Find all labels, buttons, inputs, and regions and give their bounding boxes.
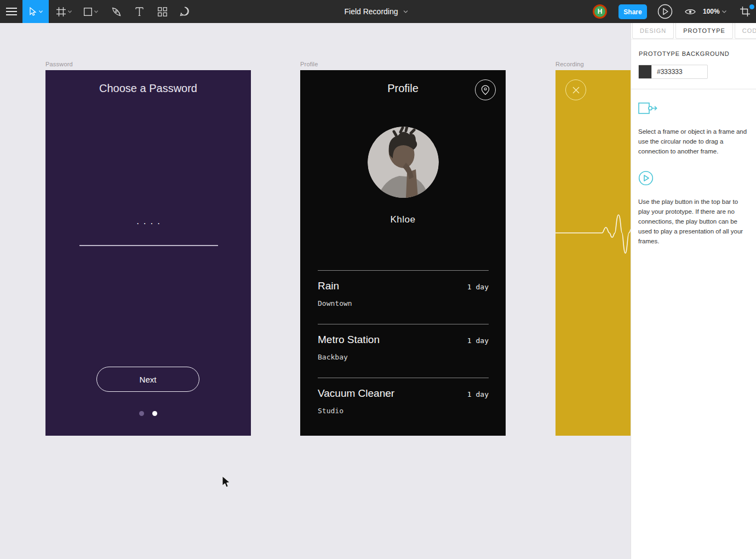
page-dot-active [152,411,157,416]
profile-frame[interactable]: Profile Khloe Rain1 day Downtown Metro S… [300,70,506,436]
cursor-icon [29,7,37,16]
main-menu-icon[interactable] [3,0,20,23]
recording-frame[interactable] [555,70,631,436]
connection-node-icon [638,102,658,116]
connection-tip-text: Select a frame or object in a frame and … [638,127,751,156]
pen-icon [112,7,121,16]
mouse-cursor [221,476,231,488]
recording-title: Rain [318,280,339,292]
chevron-down-icon [94,10,98,13]
shape-tool-button[interactable] [80,0,102,23]
present-button[interactable] [657,0,673,23]
recording-age: 1 day [467,336,489,345]
page-dot [139,411,144,416]
document-title[interactable]: Field Recording [344,0,408,23]
comment-tool-button[interactable] [175,0,194,23]
play-tip: Use the play button in the top bar to pl… [631,156,756,246]
design-canvas[interactable]: Password Choose a Password ···· Next Pro… [0,23,631,559]
notification-dot [749,4,754,9]
connection-tip: Select a frame or object in a frame and … [631,89,756,156]
portrait-image [368,127,439,198]
rectangle-icon [84,8,92,16]
next-button[interactable]: Next [96,367,199,392]
recording-location: Downtown [318,299,489,307]
observation-mode-button[interactable] [682,0,698,23]
frame-tool-button[interactable] [53,0,75,23]
avatar-initial: H [598,8,603,15]
list-item[interactable]: Rain1 day Downtown [318,270,489,324]
color-hex-value: #333333 [652,68,683,76]
play-icon [657,4,673,19]
frame-icon [56,7,66,16]
password-frame[interactable]: Choose a Password ···· Next [45,70,251,436]
crop-adjust-icon [740,6,751,17]
list-item[interactable]: Metro Station1 day Backbay [318,324,489,378]
share-button[interactable]: Share [618,4,647,19]
background-color-input[interactable]: #333333 [638,65,708,79]
components-tool-button[interactable] [153,0,171,23]
recording-location: Studio [318,407,489,415]
password-masked-value: ···· [45,218,251,229]
user-avatar[interactable]: H [593,4,607,19]
list-item[interactable]: Vacuum Cleaner1 day Studio [318,378,489,431]
profile-name: Khloe [300,214,506,225]
properties-panel: DESIGN PROTOTYPE CODE PROTOTYPE BACKGROU… [631,23,756,559]
location-pin-icon [481,85,490,95]
profile-photo [368,127,439,198]
recording-age: 1 day [467,390,489,398]
play-tip-text: Use the play button in the top bar to pl… [638,197,751,246]
pen-tool-button[interactable] [107,0,125,23]
text-icon [135,7,144,16]
chevron-down-icon [722,10,726,13]
top-toolbar: Field Recording H Share 100% [0,0,756,23]
password-screen-title: Choose a Password [45,82,251,95]
close-x-icon [572,86,580,94]
panel-tabs: DESIGN PROTOTYPE CODE [631,23,756,39]
zoom-level-value: 100% [703,8,720,15]
location-button[interactable] [475,79,496,100]
close-button[interactable] [565,79,586,100]
pagination-dots [45,411,251,416]
components-icon [158,7,167,16]
recording-location: Backbay [318,353,489,361]
recording-age: 1 day [467,283,489,291]
frame-label-profile[interactable]: Profile [300,61,318,67]
tab-design[interactable]: DESIGN [632,23,674,39]
prototype-background-heading: PROTOTYPE BACKGROUND [639,50,756,57]
recordings-list: Rain1 day Downtown Metro Station1 day Ba… [318,270,489,431]
chevron-down-icon [39,10,43,13]
frame-label-recording[interactable]: Recording [555,61,584,67]
tab-code[interactable]: CODE [735,23,756,39]
tab-prototype[interactable]: PROTOTYPE [675,23,733,39]
recording-title: Metro Station [318,334,380,346]
audio-waveform [555,206,631,260]
move-tool-button[interactable] [22,0,49,23]
color-swatch[interactable] [639,65,652,78]
comment-bubble-icon [180,7,190,16]
document-title-label: Field Recording [344,7,398,16]
frame-label-password[interactable]: Password [45,61,73,67]
canvas-tools-button[interactable] [736,0,754,23]
play-circle-icon [638,170,654,186]
chevron-down-icon [404,10,408,13]
password-input-underline [79,245,218,246]
recording-title: Vacuum Cleaner [318,387,394,400]
text-tool-button[interactable] [130,0,148,23]
chevron-down-icon [68,10,72,13]
eye-icon [685,8,696,15]
zoom-control[interactable]: 100% [703,0,726,23]
